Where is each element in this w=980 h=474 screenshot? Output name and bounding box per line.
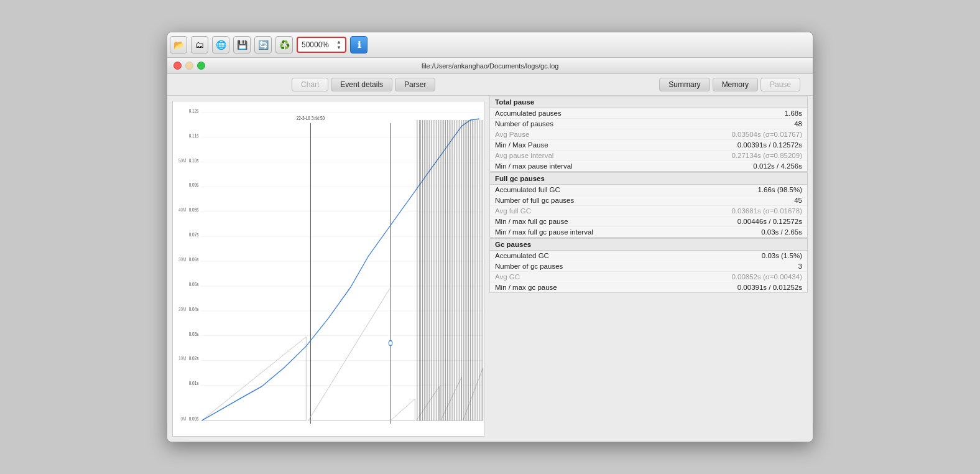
value-avg-pause: 0.03504s (σ=0.01767)	[731, 131, 802, 138]
svg-text:0.10s: 0.10s	[189, 157, 199, 164]
svg-marker-37	[391, 399, 415, 421]
tab-pause[interactable]: Pause	[760, 78, 800, 91]
row-avg-pause-interval: Avg pause interval 0.27134s (σ=0.85209)	[490, 151, 807, 161]
label-min-max-pause: Min / Max Pause	[495, 141, 548, 149]
zoom-value: 50000%	[302, 40, 329, 49]
label-accumulated-full-gc: Accumulated full GC	[495, 186, 560, 193]
tab-summary[interactable]: Summary	[659, 78, 710, 91]
value-min-max-pause-interval: 0.012s / 4.256s	[753, 162, 802, 170]
svg-text:30M: 30M	[178, 256, 187, 263]
section-full-gc-pauses: Full gc pauses Accumulated full GC 1.66s…	[489, 172, 808, 238]
maximize-button[interactable]	[197, 62, 205, 70]
label-avg-gc: Avg GC	[495, 273, 520, 281]
value-avg-gc: 0.00852s (σ=0.00434)	[731, 273, 802, 281]
zoom-stepper[interactable]: ▲▼	[336, 39, 341, 50]
row-accumulated-pauses: Accumulated pauses 1.68s	[490, 108, 807, 119]
section-header-total-pause: Total pause	[490, 96, 807, 108]
browse-button[interactable]: 🗂	[191, 36, 208, 53]
svg-text:10M: 10M	[178, 355, 187, 361]
row-number-full-gc-pauses: Number of full gc pauses 45	[490, 195, 807, 206]
svg-text:22-3-16 3:44:50: 22-3-16 3:44:50	[297, 115, 325, 121]
svg-text:20M: 20M	[178, 306, 187, 312]
web-button[interactable]: 🌐	[212, 36, 229, 53]
svg-text:0.08s: 0.08s	[189, 207, 199, 213]
value-avg-full-gc: 0.03681s (σ=0.01678)	[731, 207, 802, 215]
svg-marker-40	[463, 368, 483, 421]
svg-text:40M: 40M	[178, 207, 187, 213]
refresh-button[interactable]: 🔄	[254, 36, 272, 53]
tabbar-right: Summary Memory Pause	[659, 78, 813, 91]
svg-text:0.06s: 0.06s	[189, 256, 199, 263]
row-number-gc-pauses: Number of gc pauses 3	[490, 261, 807, 272]
row-min-max-full-gc-pause: Min / max full gc pause 0.00446s / 0.125…	[490, 216, 807, 227]
zoom-control[interactable]: 50000% ▲▼	[297, 37, 346, 53]
svg-text:0.00s: 0.00s	[189, 416, 199, 422]
section-total-pause: Total pause Accumulated pauses 1.68s Num…	[489, 96, 808, 172]
value-accumulated-pauses: 1.68s	[785, 109, 802, 117]
row-min-max-pause-interval: Min / max pause interval 0.012s / 4.256s	[490, 161, 807, 171]
tabbar: Chart Event details Parser Summary Memor…	[167, 74, 813, 96]
svg-point-41	[389, 341, 392, 346]
refresh2-button[interactable]: ♻️	[275, 36, 293, 53]
label-min-max-full-gc-pause-interval: Min / max full gc pause interval	[495, 228, 593, 236]
label-min-max-gc-pause: Min / max gc pause	[495, 284, 557, 291]
window-titlebar: file:/Users/ankanghao/Documents/logs/gc.…	[167, 58, 813, 74]
value-min-max-pause: 0.00391s / 0.12572s	[737, 141, 802, 149]
value-min-max-full-gc-pause-interval: 0.03s / 2.65s	[761, 228, 802, 236]
chart-svg: 0.12s 0.11s 0.10s 0.09s 0.08s 0.07s 0.06…	[173, 101, 484, 436]
value-min-max-full-gc-pause: 0.00446s / 0.12572s	[737, 218, 802, 225]
row-avg-gc: Avg GC 0.00852s (σ=0.00434)	[490, 272, 807, 282]
svg-text:0.12s: 0.12s	[189, 108, 199, 114]
svg-text:0.09s: 0.09s	[189, 182, 199, 188]
window-title: file:/Users/ankanghao/Documents/logs/gc.…	[422, 62, 559, 70]
open-folder-button[interactable]: 📂	[170, 36, 187, 53]
label-accumulated-gc: Accumulated GC	[495, 252, 549, 259]
svg-text:0.02s: 0.02s	[189, 355, 199, 361]
row-min-max-pause: Min / Max Pause 0.00391s / 0.12572s	[490, 140, 807, 151]
label-number-pauses: Number of pauses	[495, 120, 553, 128]
label-min-max-full-gc-pause: Min / max full gc pause	[495, 218, 568, 225]
tab-event-details[interactable]: Event details	[331, 78, 392, 91]
svg-text:0.03s: 0.03s	[189, 331, 199, 337]
right-panel: Total pause Accumulated pauses 1.68s Num…	[489, 96, 813, 442]
row-avg-pause: Avg Pause 0.03504s (σ=0.01767)	[490, 129, 807, 140]
value-number-full-gc-pauses: 45	[794, 197, 802, 204]
row-number-pauses: Number of pauses 48	[490, 119, 807, 129]
row-avg-full-gc: Avg full GC 0.03681s (σ=0.01678)	[490, 206, 807, 216]
tab-parser[interactable]: Parser	[395, 78, 435, 91]
value-accumulated-full-gc: 1.66s (98.5%)	[757, 186, 802, 193]
svg-text:0.11s: 0.11s	[189, 132, 199, 139]
traffic-lights	[173, 62, 205, 70]
row-min-max-full-gc-pause-interval: Min / max full gc pause interval 0.03s /…	[490, 227, 807, 237]
value-number-pauses: 48	[794, 120, 802, 128]
svg-text:0.05s: 0.05s	[189, 281, 199, 287]
label-number-gc-pauses: Number of gc pauses	[495, 263, 563, 270]
minimize-button[interactable]	[185, 62, 193, 70]
main-content: 0.12s 0.11s 0.10s 0.09s 0.08s 0.07s 0.06…	[167, 96, 813, 442]
section-gc-pauses: Gc pauses Accumulated GC 0.03s (1.5%) Nu…	[489, 238, 808, 293]
svg-marker-36	[308, 287, 391, 421]
value-number-gc-pauses: 3	[798, 263, 802, 270]
row-min-max-gc-pause: Min / max gc pause 0.00391s / 0.01252s	[490, 282, 807, 292]
svg-text:0M: 0M	[180, 416, 186, 422]
svg-text:0.07s: 0.07s	[189, 231, 199, 238]
app-window: 📂 🗂 🌐 💾 🔄 ♻️ 50000% ▲▼ ℹ file:/Users/ank…	[167, 32, 813, 442]
label-avg-pause-interval: Avg pause interval	[495, 152, 553, 159]
chart-area: 0.12s 0.11s 0.10s 0.09s 0.08s 0.07s 0.06…	[172, 101, 484, 437]
tab-memory[interactable]: Memory	[713, 78, 758, 91]
tab-chart[interactable]: Chart	[292, 78, 328, 91]
save-button[interactable]: 💾	[233, 36, 251, 53]
toolbar: 📂 🗂 🌐 💾 🔄 ♻️ 50000% ▲▼ ℹ	[167, 32, 813, 58]
svg-marker-35	[201, 337, 306, 421]
svg-text:0.01s: 0.01s	[189, 380, 199, 386]
value-min-max-gc-pause: 0.00391s / 0.01252s	[737, 284, 802, 291]
tabbar-left: Chart Event details Parser	[167, 78, 435, 91]
value-avg-pause-interval: 0.27134s (σ=0.85209)	[731, 152, 802, 159]
svg-text:50M: 50M	[178, 157, 187, 164]
label-accumulated-pauses: Accumulated pauses	[495, 109, 562, 117]
close-button[interactable]	[173, 62, 182, 70]
label-avg-pause: Avg Pause	[495, 131, 529, 138]
svg-text:0.04s: 0.04s	[189, 306, 199, 312]
label-avg-full-gc: Avg full GC	[495, 207, 531, 215]
info-button[interactable]: ℹ	[350, 36, 368, 53]
